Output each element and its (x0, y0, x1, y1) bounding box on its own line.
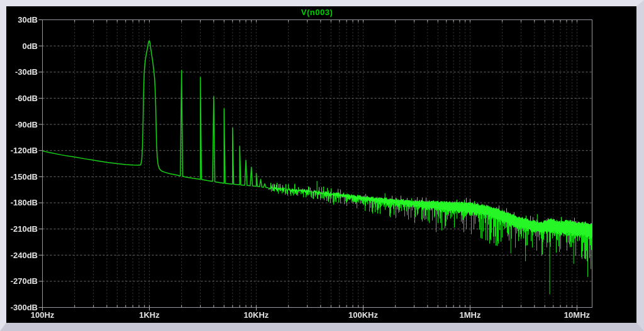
y-axis-tick-label: -30dB (6, 67, 38, 77)
y-axis-tick-label: -210dB (6, 224, 38, 234)
y-axis-tick-label: -90dB (6, 120, 38, 129)
x-axis-tick-label: 10MHz (548, 310, 605, 320)
y-axis-tick-label: -60dB (6, 94, 38, 103)
x-axis-tick-label: 1KHz (121, 310, 177, 320)
y-axis-tick-label: -270dB (6, 276, 38, 286)
window-frame: V(n003) 30dB0dB-30dB-60dB-90dB-120dB-150… (0, 0, 644, 331)
y-axis-tick-label: 0dB (6, 41, 38, 51)
y-axis-tick-label: -150dB (6, 172, 38, 182)
x-axis-tick-label: 100KHz (335, 310, 391, 320)
y-axis-tick-label: -240dB (6, 251, 38, 260)
y-axis-tick-label: -180dB (6, 198, 38, 207)
y-axis-tick-label: 30dB (6, 15, 38, 24)
x-axis-tick-label: 1MHz (441, 310, 498, 320)
trace-label[interactable]: V(n003) (191, 8, 443, 17)
y-axis-tick-label: -120dB (6, 146, 38, 155)
spectrum-plot-canvas[interactable] (6, 6, 636, 323)
x-axis-tick-label: 100Hz (14, 310, 71, 320)
x-axis-tick-label: 10KHz (228, 310, 284, 320)
waveform-panel: V(n003) 30dB0dB-30dB-60dB-90dB-120dB-150… (6, 6, 636, 323)
